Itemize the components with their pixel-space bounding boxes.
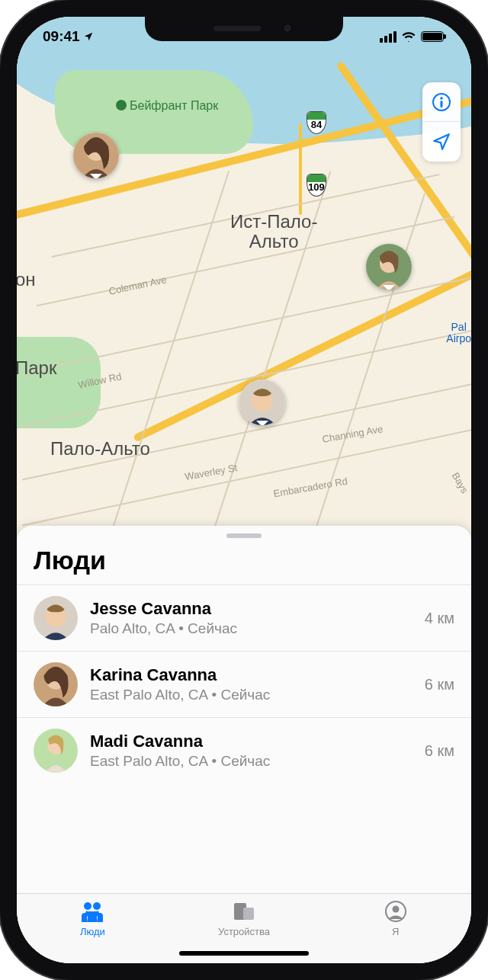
map-city-cut-left: он (17, 270, 36, 290)
map-park-label: Бейфрант Парк (116, 99, 218, 113)
home-indicator[interactable] (179, 951, 309, 956)
map-pin-jesse[interactable] (239, 380, 285, 425)
map-view[interactable]: Бейфрант Парк Coleman Ave Willow Rd Wave… (17, 17, 471, 543)
person-row-karina[interactable]: Karina Cavanna East Palo Alto, CA • Сейч… (17, 651, 471, 717)
devices-icon (233, 900, 255, 923)
map-street-channing: Channing Ave (321, 423, 384, 445)
tab-me[interactable]: Я (319, 900, 471, 937)
power-button (471, 245, 476, 329)
person-distance: 4 км (425, 610, 454, 627)
map-street-bays: Bays (450, 470, 470, 495)
svg-rect-17 (88, 911, 97, 922)
people-list: Jesse Cavanna Palo Alto, CA • Сейчас 4 к… (17, 584, 471, 893)
svg-rect-19 (243, 908, 254, 920)
screen: 09:41 Бейфрант Парк Co (17, 17, 471, 963)
wifi-icon (401, 31, 416, 42)
svg-point-7 (440, 97, 443, 100)
person-name: Karina Cavanna (90, 665, 417, 685)
person-name: Jesse Cavanna (90, 599, 417, 619)
tab-label: Устройства (218, 926, 270, 937)
map-pin-karina[interactable] (73, 133, 119, 178)
status-time: 09:41 (43, 28, 80, 45)
map-poi-airport: PalAirpo (446, 322, 471, 344)
notch (145, 17, 343, 41)
svg-point-16 (93, 902, 101, 910)
me-icon (385, 900, 406, 923)
svg-point-21 (392, 906, 399, 913)
map-pin-madi[interactable] (366, 244, 412, 290)
people-sheet[interactable]: Люди Jesse Cavanna Palo Alto, CA • Сейча… (17, 526, 471, 963)
person-status: Palo Alto, CA • Сейчас (90, 620, 417, 637)
person-row-jesse[interactable]: Jesse Cavanna Palo Alto, CA • Сейчас 4 к… (17, 584, 471, 651)
info-icon (431, 91, 452, 113)
person-distance: 6 км (425, 742, 454, 760)
tab-label: Я (392, 926, 399, 937)
map-city-park-cut: Парк (17, 358, 56, 378)
avatar (34, 662, 78, 706)
map-street-coleman: Coleman Ave (108, 274, 168, 297)
map-info-button[interactable] (422, 82, 461, 122)
sheet-title: Люди (17, 543, 471, 584)
map-city-palo-alto: Пало-Альто (50, 439, 150, 459)
svg-point-15 (84, 902, 92, 910)
battery-icon (421, 31, 444, 42)
sheet-grabber[interactable] (226, 533, 262, 538)
map-street-embarcadero: Embarcadero Rd (272, 476, 348, 500)
person-distance: 6 км (425, 676, 454, 693)
map-controls (422, 82, 461, 162)
map-city-east-palo-alto: Ист-Пало- Альто (230, 212, 317, 252)
people-icon (79, 900, 105, 923)
device-frame: 09:41 Бейфрант Парк Co (0, 0, 488, 980)
location-arrow-icon (83, 31, 94, 42)
avatar (34, 596, 78, 640)
tab-devices[interactable]: Устройства (169, 900, 320, 937)
cellular-icon (380, 31, 396, 43)
location-arrow-icon (432, 132, 451, 152)
svg-rect-8 (441, 101, 443, 107)
person-name: Madi Cavanna (90, 732, 417, 751)
tab-label: Люди (80, 926, 105, 937)
person-status: East Palo Alto, CA • Сейчас (90, 753, 417, 770)
map-locate-button[interactable] (422, 122, 461, 162)
person-row-madi[interactable]: Madi Cavanna East Palo Alto, CA • Сейчас… (17, 717, 471, 783)
person-status: East Palo Alto, CA • Сейчас (90, 687, 417, 703)
tab-people[interactable]: Люди (17, 900, 169, 937)
avatar (34, 729, 78, 773)
